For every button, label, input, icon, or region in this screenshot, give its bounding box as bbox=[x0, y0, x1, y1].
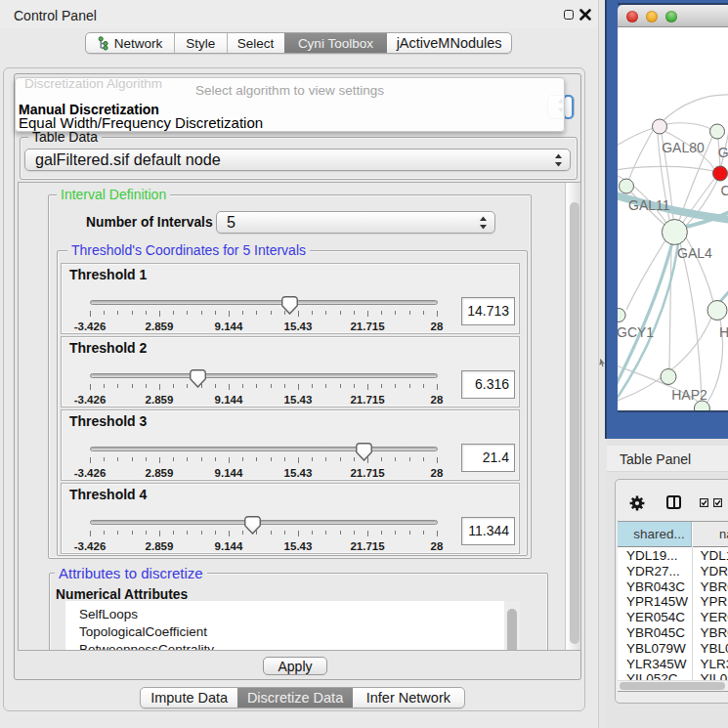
svg-text:C: C bbox=[721, 183, 728, 198]
svg-text:GAL80: GAL80 bbox=[662, 140, 705, 155]
svg-text:GCY1: GCY1 bbox=[618, 324, 654, 340]
svg-text:GAL11: GAL11 bbox=[628, 197, 670, 213]
svg-text:HAP2: HAP2 bbox=[671, 387, 707, 403]
svg-text:GAL4: GAL4 bbox=[677, 245, 712, 261]
svg-text:GA: GA bbox=[718, 145, 728, 160]
svg-text:H: H bbox=[719, 324, 728, 340]
